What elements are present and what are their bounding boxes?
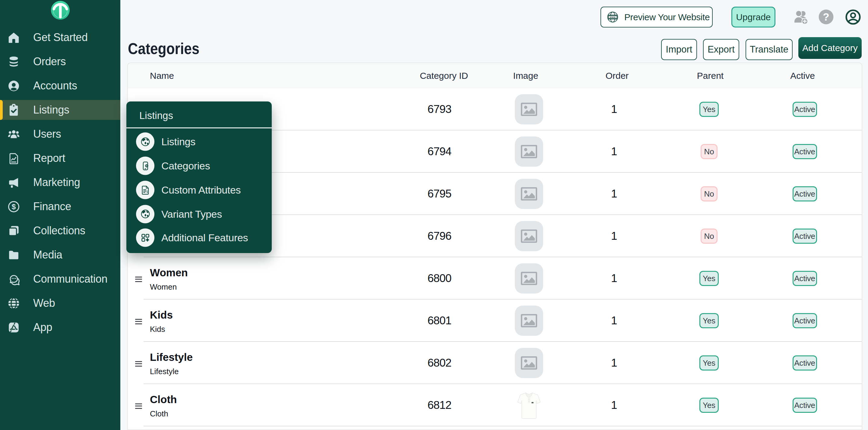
svg-text:www: www — [610, 16, 616, 19]
svg-text:?: ? — [823, 11, 829, 23]
svg-text:$: $ — [12, 203, 16, 211]
